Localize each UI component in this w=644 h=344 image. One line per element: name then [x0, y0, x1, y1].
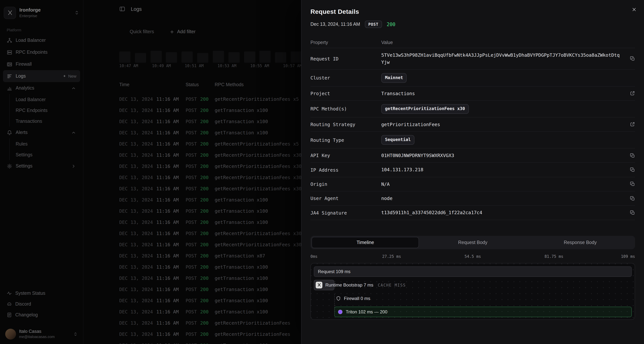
- copy-icon: [630, 196, 635, 201]
- detail-row-cluster: ClusterMainnet: [310, 70, 635, 87]
- detail-value: N/A: [381, 181, 628, 188]
- timeline-span-label: Triton 102 ms — 200: [346, 309, 388, 314]
- detail-property: Request ID: [310, 56, 381, 62]
- app-root: Ironforge Enterprise Platform Load Balan…: [0, 0, 644, 344]
- detail-property: Origin: [310, 181, 381, 187]
- status-code: 200: [387, 22, 396, 27]
- request-meta: Dec 13, 2024, 11:16 AM POST 200: [310, 21, 635, 28]
- detail-value: Sequential: [381, 135, 628, 145]
- detail-row-ip-address: IP Address104.131.173.218: [310, 163, 635, 177]
- copy-button[interactable]: [628, 196, 635, 201]
- shield-icon: [336, 296, 341, 301]
- request-timestamp: Dec 13, 2024, 11:16 AM: [310, 22, 360, 27]
- detail-value: getPrioritizationFees: [381, 121, 628, 128]
- close-icon: [632, 7, 636, 12]
- detail-value: getRecentPrioritizationFees x30: [381, 104, 628, 114]
- ironforge-mark-icon: [317, 283, 321, 287]
- copy-button[interactable]: [628, 182, 635, 187]
- details-table-body: Request ID5TVe13wS3hP98ZH1aviBqqUfbFwNtk…: [310, 48, 635, 220]
- detail-row-rpc-method-s: RPC Method(s)getRecentPrioritizationFees…: [310, 101, 635, 117]
- timeline-ruler: 0ms27.25 ms54.5 ms81.75 ms109 ms: [310, 254, 635, 259]
- detail-value: 01HT0N0JNWPDRNYT9SWXRXVGX3: [381, 152, 628, 159]
- cache-status-label: CACHE MISS: [378, 283, 406, 287]
- detail-property: User Agent: [310, 196, 381, 201]
- detail-property: JA4 Signature: [310, 210, 381, 216]
- ruler-label: 81.75 ms: [544, 254, 563, 259]
- ruler-label: 54.5 ms: [464, 254, 481, 259]
- timeline-span-label: Firewall 0 ms: [344, 296, 370, 301]
- detail-row-ja4-signature: JA4 Signaturet13d5911h1_a33745022dd6_1f2…: [310, 206, 635, 220]
- copy-icon: [630, 153, 635, 158]
- timeline-chart: Request 109 msRuntime Bootstrap 7 msCACH…: [310, 263, 635, 320]
- detail-value-badge: Sequential: [381, 135, 414, 145]
- detail-property: IP Address: [310, 167, 381, 173]
- external-link-icon: [630, 91, 635, 96]
- ruler-label: 109 ms: [621, 254, 635, 259]
- detail-property: API Key: [310, 153, 381, 158]
- detail-value: t13d5911h1_a33745022dd6_1f22a2ca17c4: [381, 209, 628, 216]
- external-link-icon: [630, 122, 635, 127]
- ruler-label: 27.25 ms: [382, 254, 401, 259]
- detail-value-badge: getRecentPrioritizationFees x30: [381, 104, 469, 114]
- timeline-span-label: Runtime Bootstrap 7 ms: [325, 282, 373, 288]
- ruler-label: 0ms: [310, 254, 318, 259]
- open-link-button[interactable]: [628, 122, 635, 127]
- tab-response-body[interactable]: Response Body: [526, 237, 634, 248]
- timeline-span-label: Request 109 ms: [318, 269, 350, 274]
- timeline-span-firewall-0-ms: Firewall 0 ms: [314, 293, 632, 304]
- detail-property: Project: [310, 91, 381, 96]
- timeline-span-runtime-bootstrap-7-ms: Runtime Bootstrap 7 msCACHE MISS: [314, 280, 632, 290]
- detail-property: Routing Strategy: [310, 122, 381, 127]
- detail-row-origin: OriginN/A: [310, 177, 635, 191]
- detail-property: Cluster: [310, 75, 381, 81]
- value-column-header: Value: [381, 40, 393, 45]
- detail-row-api-key: API Key01HT0N0JNWPDRNYT9SWXRXVGX3: [310, 148, 635, 163]
- detail-row-routing-strategy: Routing StrategygetPrioritizationFees: [310, 117, 635, 132]
- request-details-panel: Request Details Dec 13, 2024, 11:16 AM P…: [301, 0, 644, 344]
- timeline-connector: [334, 294, 335, 315]
- timeline-span-content: Runtime Bootstrap 7 msCACHE MISS: [316, 280, 406, 290]
- panel-title: Request Details: [310, 8, 635, 16]
- detail-property: RPC Method(s): [310, 106, 381, 112]
- close-button[interactable]: [629, 5, 639, 14]
- detail-value: 104.131.173.218: [381, 166, 628, 174]
- detail-row-user-agent: User Agentnode: [310, 191, 635, 206]
- tab-timeline[interactable]: Timeline: [312, 237, 419, 248]
- detail-row-routing-type: Routing TypeSequential: [310, 132, 635, 148]
- copy-icon: [630, 167, 635, 172]
- timeline-bar-request[interactable]: Request 109 ms: [314, 266, 632, 277]
- copy-button[interactable]: [628, 153, 635, 158]
- detail-property: Routing Type: [310, 137, 381, 143]
- detail-value: node: [381, 195, 628, 202]
- copy-icon: [630, 210, 635, 215]
- detail-value: 5TVe13wS3hP98ZH1aviBqqUfbFwNtk4A3JJpPsLe…: [381, 52, 628, 66]
- copy-button[interactable]: [628, 210, 635, 215]
- copy-button[interactable]: [628, 56, 635, 61]
- copy-button[interactable]: [628, 167, 635, 172]
- ironforge-logo-chip: [316, 282, 322, 288]
- panel-tabs: TimelineRequest BodyResponse Body: [310, 236, 635, 249]
- http-method-badge: POST: [365, 21, 382, 28]
- triton-icon: [338, 309, 343, 314]
- detail-value: Mainnet: [381, 73, 628, 83]
- open-link-button[interactable]: [628, 91, 635, 96]
- timeline-span-request-109-ms: Request 109 ms: [314, 266, 632, 277]
- timeline-span-triton-102-ms-200: Triton 102 ms — 200: [314, 307, 632, 317]
- detail-row-request-id: Request ID5TVe13wS3hP98ZH1aviBqqUfbFwNtk…: [310, 48, 635, 70]
- detail-value: Transactions: [381, 90, 628, 97]
- detail-row-project: ProjectTransactions: [310, 86, 635, 101]
- timeline-span-content: Firewall 0 ms: [336, 293, 370, 304]
- tab-request-body[interactable]: Request Body: [419, 237, 526, 248]
- property-column-header: Property: [310, 40, 381, 45]
- details-table-header: Property Value: [310, 37, 635, 48]
- copy-icon: [630, 56, 635, 61]
- copy-icon: [630, 182, 635, 187]
- detail-value-badge: Mainnet: [381, 73, 407, 83]
- timeline-bar-triton[interactable]: Triton 102 ms — 200: [334, 307, 632, 317]
